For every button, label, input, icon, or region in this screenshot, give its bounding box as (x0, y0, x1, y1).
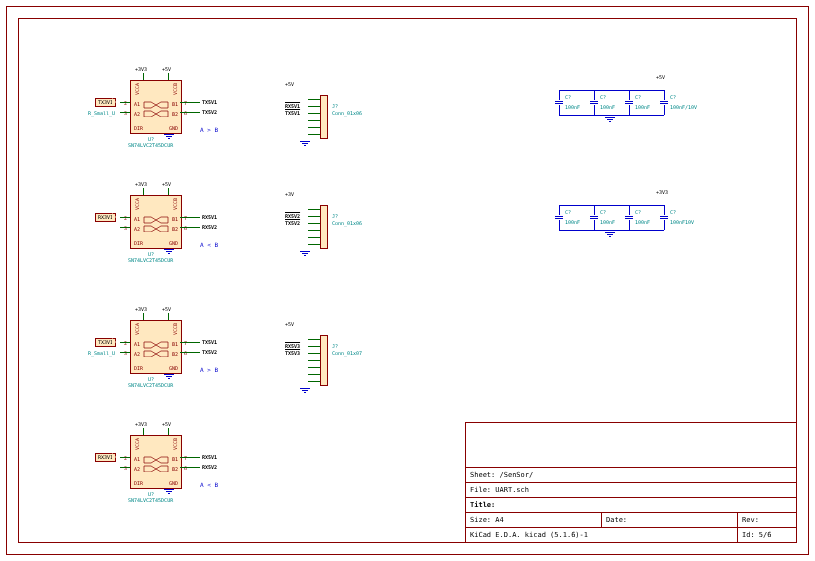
gnd-symbol (605, 117, 615, 122)
level-shifter-ic: VCCA VCCB A1 A2 B1 B2 DIR GND (130, 195, 182, 249)
size-label: Size: A4 (466, 516, 601, 524)
title-label: Title: (470, 501, 495, 509)
id-label: Id: 5/6 (737, 528, 796, 542)
ic-value: SN74LVC2T45DCUR (128, 497, 173, 503)
gnd-symbol (164, 374, 174, 379)
power-label: +3V3 (656, 189, 668, 195)
direction-label: A > B (200, 126, 218, 133)
power-label: +3V (285, 191, 294, 197)
power-label: +3V3 (135, 306, 147, 312)
direction-label: A > B (200, 366, 218, 373)
level-shifter-ic: VCCA VCCB A1 A2 B1 B2 DIR GND (130, 435, 182, 489)
gnd-symbol (164, 489, 174, 494)
gnd-symbol (164, 134, 174, 139)
ic-value: SN74LVC2T45DCUR (128, 382, 173, 388)
gnd-symbol (300, 388, 310, 393)
gnd-symbol (605, 232, 615, 237)
connector (320, 205, 328, 249)
net-flag: TX3V1 (95, 338, 116, 347)
net-flag: RX3V1 (95, 213, 116, 222)
gnd-symbol (164, 249, 174, 254)
power-label: +5V (285, 81, 294, 87)
date-label: Date: (601, 513, 737, 527)
schematic-page: VCCA VCCB A1 A2 B1 B2 DIR GND 2 3 7 6 TX… (0, 0, 815, 561)
level-shifter-ic: VCCA VCCB A1 A2 B1 B2 DIR GND (130, 80, 182, 134)
net-flag: TX3V1 (95, 98, 116, 107)
power-label: +3V3 (135, 421, 147, 427)
connector (320, 335, 328, 386)
level-shifter-ic: VCCA VCCB A1 A2 B1 B2 DIR GND (130, 320, 182, 374)
direction-label: A < B (200, 481, 218, 488)
power-label: +3V3 (135, 66, 147, 72)
tool-label: KiCad E.D.A. kicad (5.1.6)-1 (466, 531, 737, 539)
power-label: +5V (162, 181, 171, 187)
gnd-symbol (300, 141, 310, 146)
power-label: +5V (162, 306, 171, 312)
power-label: +5V (162, 66, 171, 72)
ic-value: SN74LVC2T45DCUR (128, 257, 173, 263)
sheet-label: Sheet: /SenSor/ (470, 471, 533, 479)
power-label: +5V (285, 321, 294, 327)
net-flag: RX3V1 (95, 453, 116, 462)
ic-value: SN74LVC2T45DCUR (128, 142, 173, 148)
power-label: +3V3 (135, 181, 147, 187)
power-label: +5V (162, 421, 171, 427)
gnd-symbol (300, 251, 310, 256)
connector (320, 95, 328, 139)
direction-label: A < B (200, 241, 218, 248)
title-block: Sheet: /SenSor/ File: UART.sch Title: Si… (465, 422, 797, 543)
power-label: +5V (656, 74, 665, 80)
rev-label: Rev: (737, 513, 796, 527)
file-label: File: UART.sch (470, 486, 529, 494)
